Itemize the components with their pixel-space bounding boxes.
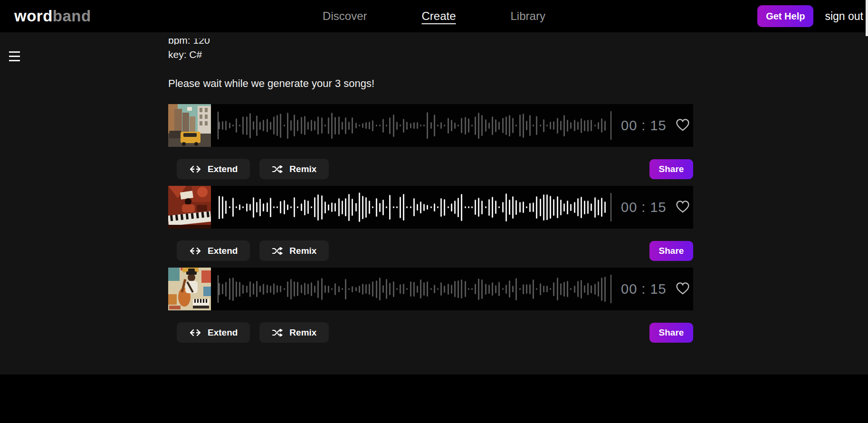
duration-label: 00 : 15 bbox=[621, 118, 667, 134]
extend-label: Extend bbox=[208, 327, 238, 338]
remix-label: Remix bbox=[289, 164, 316, 174]
extend-button[interactable]: Extend bbox=[177, 159, 250, 179]
extend-label: Extend bbox=[208, 164, 238, 174]
song-actions-row: Extend Remix Share bbox=[168, 159, 693, 179]
album-art-image-city-taxi bbox=[168, 104, 211, 147]
logo-band: band bbox=[53, 7, 91, 25]
key-text: key: C# bbox=[168, 49, 210, 60]
top-nav: wordband Discover Create Library Get Hel… bbox=[0, 0, 868, 32]
extend-arrows-icon bbox=[189, 165, 201, 173]
album-art[interactable] bbox=[168, 104, 211, 147]
shuffle-icon bbox=[272, 247, 283, 255]
shuffle-icon bbox=[272, 329, 283, 336]
album-art-image-jazz-musician bbox=[168, 268, 211, 310]
song-row: 00 : 15 bbox=[168, 186, 693, 229]
favorite-button[interactable] bbox=[675, 199, 690, 215]
scrollbar-thumb[interactable] bbox=[866, 0, 868, 36]
nav-right-group: Get Help sign out bbox=[757, 5, 863, 27]
logo-word: word bbox=[14, 7, 53, 25]
app-page: wordband Discover Create Library Get Hel… bbox=[0, 0, 868, 423]
heart-icon bbox=[675, 281, 690, 296]
share-button[interactable]: Share bbox=[649, 159, 693, 179]
nav-link-discover[interactable]: Discover bbox=[323, 10, 367, 23]
extend-arrows-icon bbox=[189, 329, 201, 336]
favorite-button[interactable] bbox=[675, 281, 690, 297]
hamburger-menu-icon[interactable] bbox=[9, 51, 20, 64]
nav-link-create[interactable]: Create bbox=[421, 10, 456, 23]
album-art[interactable] bbox=[168, 268, 211, 310]
shuffle-icon bbox=[272, 165, 283, 173]
extend-label: Extend bbox=[208, 246, 238, 256]
extend-arrows-icon bbox=[189, 247, 201, 255]
song-actions-row: Extend Remix Share bbox=[168, 322, 693, 343]
remix-label: Remix bbox=[289, 327, 316, 338]
song-actions-row: Extend Remix Share bbox=[168, 240, 693, 261]
remix-button[interactable]: Remix bbox=[259, 240, 329, 261]
duration-label: 00 : 15 bbox=[621, 200, 667, 215]
generation-status-message: Please wait while we generate your 3 son… bbox=[168, 77, 374, 90]
nav-link-library[interactable]: Library bbox=[511, 10, 545, 23]
get-help-button[interactable]: Get Help bbox=[757, 5, 813, 27]
remix-label: Remix bbox=[289, 246, 316, 256]
favorite-button[interactable] bbox=[675, 117, 690, 134]
bpm-text: bpm: 120 bbox=[168, 38, 210, 45]
extend-button[interactable]: Extend bbox=[177, 240, 250, 261]
heart-icon bbox=[675, 199, 690, 214]
duration-label: 00 : 15 bbox=[621, 281, 667, 297]
song-row: 00 : 15 bbox=[168, 268, 693, 310]
song-row: 00 : 15 bbox=[168, 104, 693, 147]
share-button[interactable]: Share bbox=[649, 323, 693, 343]
main-nav-links: Discover Create Library bbox=[323, 10, 545, 23]
waveform-seek-area[interactable] bbox=[211, 268, 611, 310]
album-art-image-red-pianist bbox=[168, 186, 211, 229]
song-settings: bpm: 120 key: C# bbox=[168, 38, 210, 60]
album-art[interactable] bbox=[168, 186, 211, 229]
heart-icon bbox=[675, 117, 690, 133]
prompt-composer-bar bbox=[0, 375, 868, 423]
remix-button[interactable]: Remix bbox=[259, 159, 329, 179]
waveform-seek-area[interactable] bbox=[211, 104, 611, 147]
extend-button[interactable]: Extend bbox=[177, 322, 250, 343]
app-logo[interactable]: wordband bbox=[14, 7, 91, 25]
remix-button[interactable]: Remix bbox=[259, 322, 329, 343]
share-button[interactable]: Share bbox=[649, 241, 693, 261]
generated-songs-list: 00 : 15 Extend bbox=[168, 104, 693, 349]
waveform-seek-area[interactable] bbox=[211, 186, 611, 229]
sign-out-link[interactable]: sign out bbox=[825, 10, 863, 23]
